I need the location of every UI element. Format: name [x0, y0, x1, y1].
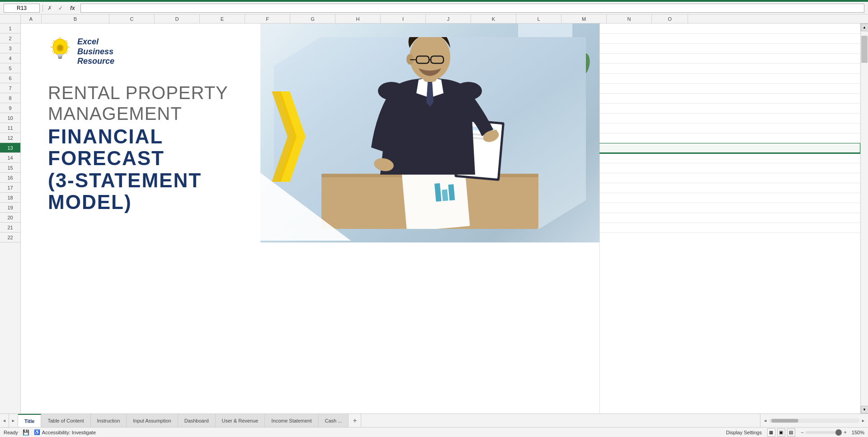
view-normal-btn[interactable]: ▦ [767, 428, 775, 437]
col-header-n[interactable]: N [607, 14, 652, 23]
sheet-tab-dashboard[interactable]: Dashboard [178, 414, 216, 427]
cancel-icon[interactable]: ✗ [46, 4, 54, 12]
row-header-18[interactable]: 18 [0, 193, 20, 203]
row-header-19[interactable]: 19 [0, 203, 20, 213]
svg-rect-41 [442, 190, 448, 201]
svg-line-9 [53, 40, 55, 42]
zoom-controls: − + 150% [801, 429, 864, 436]
h-scroll-track[interactable] [769, 418, 859, 423]
row-header-17[interactable]: 17 [0, 183, 20, 193]
right-scrollbar: ▲ ▼ [860, 24, 868, 413]
formula-bar-area: R13 ✗ ✓ fx [0, 2, 868, 14]
row-header-13[interactable]: 13 [0, 143, 20, 153]
status-right: Display Settings ▦ ▣ ▤ − + 150% [726, 428, 864, 437]
col-header-j[interactable]: J [426, 14, 471, 23]
cell-reference-box[interactable]: R13 [4, 4, 40, 13]
view-page-btn[interactable]: ▣ [777, 428, 785, 437]
logo-business: Business [77, 47, 114, 57]
svg-point-59 [455, 82, 482, 100]
column-headers: A B C D E F G H I J K L M N O [0, 14, 868, 24]
col-header-h[interactable]: H [335, 14, 381, 23]
sheet-tabs-bar: ◄ ► Title Table of Content Instruction I… [0, 413, 868, 427]
row-header-6[interactable]: 6 [0, 73, 20, 83]
col-header-l[interactable]: L [516, 14, 561, 23]
col-header-c[interactable]: C [109, 14, 155, 23]
tab-add-btn[interactable]: + [349, 414, 361, 427]
status-ready: Ready [4, 430, 18, 435]
sheet-tab-income[interactable]: Income Statement [265, 414, 318, 427]
confirm-icon[interactable]: ✓ [57, 4, 65, 12]
col-header-b[interactable]: B [42, 14, 109, 23]
col-header-m[interactable]: M [561, 14, 607, 23]
row-header-12[interactable]: 12 [0, 133, 20, 143]
row-header-14[interactable]: 14 [0, 153, 20, 163]
svg-line-3 [66, 40, 67, 42]
col-header-d[interactable]: D [155, 14, 200, 23]
view-custom-btn[interactable]: ▤ [787, 428, 795, 437]
col-header-o[interactable]: O [652, 14, 688, 23]
scroll-up-btn[interactable]: ▲ [861, 24, 868, 31]
sheet-tab-title[interactable]: Title [18, 414, 41, 427]
display-settings[interactable]: Display Settings [726, 430, 762, 435]
row-header-11[interactable]: 11 [0, 123, 20, 133]
row-header-10[interactable]: 10 [0, 113, 20, 123]
row-header-8[interactable]: 8 [0, 93, 20, 103]
formula-input[interactable] [80, 4, 864, 13]
tab-nav-next[interactable]: ► [9, 414, 18, 427]
cover-right-image [260, 24, 599, 242]
formula-icon[interactable]: fx [67, 4, 78, 12]
row-header-3[interactable]: 3 [0, 43, 20, 53]
row-header-15[interactable]: 15 [0, 163, 20, 173]
row-header-1[interactable]: 1 [0, 24, 20, 33]
col-header-g[interactable]: G [290, 14, 335, 23]
row-header-2[interactable]: 2 [0, 33, 20, 43]
h-scroll-thumb [771, 419, 798, 423]
right-empty-area [599, 24, 860, 413]
svg-point-58 [378, 82, 405, 100]
zoom-thumb [835, 429, 842, 436]
sheet-tab-input[interactable]: Input Assumption [127, 414, 178, 427]
col-header-e[interactable]: E [200, 14, 245, 23]
horizontal-scroll-area[interactable]: ◄ ► [760, 414, 868, 427]
tab-nav-prev[interactable]: ◄ [0, 414, 9, 427]
svg-line-12 [66, 51, 68, 52]
svg-marker-60 [260, 173, 351, 241]
svg-rect-18 [58, 57, 62, 59]
logo-text: Excel Business Resource [77, 37, 114, 66]
zoom-out-btn[interactable]: − [801, 429, 804, 436]
col-header-f[interactable]: F [245, 14, 290, 23]
row-header-16[interactable]: 16 [0, 173, 20, 183]
row-header-21[interactable]: 21 [0, 223, 20, 233]
row-header-9[interactable]: 9 [0, 103, 20, 113]
zoom-slider[interactable] [806, 431, 842, 434]
svg-line-7 [53, 52, 55, 54]
status-save-icon[interactable]: 💾 [23, 429, 29, 436]
main-spreadsheet: 1 2 3 4 5 6 7 8 9 10 11 12 13 14 15 16 1… [0, 24, 868, 413]
view-controls: ▦ ▣ ▤ [767, 428, 795, 437]
row-header-4[interactable]: 4 [0, 53, 20, 63]
sheet-tab-instruction[interactable]: Instruction [91, 414, 127, 427]
logo-excel: Excel [77, 37, 114, 47]
row-header-5[interactable]: 5 [0, 63, 20, 73]
scroll-down-btn[interactable]: ▼ [861, 406, 868, 413]
svg-line-11 [66, 43, 68, 43]
row-header-20[interactable]: 20 [0, 213, 20, 223]
zoom-in-btn[interactable]: + [844, 429, 847, 436]
sheet-tab-user-revenue[interactable]: User & Revenue [216, 414, 265, 427]
cover-page: Excel Business Resource RENTAL PROPERTY … [21, 24, 599, 242]
sheet-tab-toc[interactable]: Table of Content [41, 414, 90, 427]
col-header-k[interactable]: K [471, 14, 516, 23]
status-left: Ready 💾 ♿ Accessibility: Investigate [4, 429, 96, 436]
sheet-tab-cash[interactable]: Cash ... [319, 414, 349, 427]
scroll-left-btn[interactable]: ◄ [762, 418, 768, 424]
cell-area: Excel Business Resource RENTAL PROPERTY … [21, 24, 860, 413]
col-header-a[interactable]: A [21, 14, 42, 23]
svg-line-5 [66, 52, 67, 54]
col-header-i[interactable]: I [381, 14, 426, 23]
scrollbar-track-v[interactable] [861, 31, 868, 406]
accessibility-icon[interactable]: ♿ Accessibility: Investigate [34, 429, 96, 435]
row-header-22[interactable]: 22 [0, 233, 20, 242]
tab-spacer [361, 414, 760, 427]
scroll-right-btn[interactable]: ► [860, 418, 866, 424]
row-header-7[interactable]: 7 [0, 83, 20, 93]
